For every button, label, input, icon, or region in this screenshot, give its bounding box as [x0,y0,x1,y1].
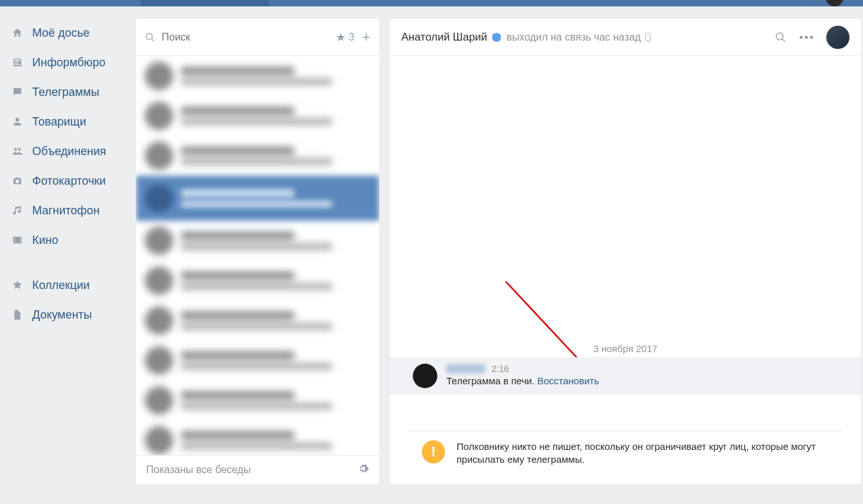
chat-body: 3 ноября 2017 2:16 Телеграмма в печи. Во… [390,56,861,484]
video-icon [10,233,24,247]
warning-box: ! Полковнику никто не пишет, поскольку о… [409,431,842,476]
home-icon [10,26,24,40]
message-avatar[interactable] [413,364,437,388]
gear-icon[interactable] [357,463,369,477]
conversation-item[interactable] [136,420,379,455]
verified-icon [491,32,502,42]
conversation-item[interactable] [136,221,379,261]
sidebar-item-label: Фотокарточки [32,174,106,188]
chat-header: Анатолий Шарий выходил на связь час наза… [390,19,861,56]
search-input[interactable] [162,32,336,43]
sidebar-item-label: Объединения [32,145,106,158]
conversations-footer: Показаны все беседы [136,455,379,484]
chat-date: 3 ноября 2017 [390,337,861,358]
mobile-icon [645,33,651,42]
topbar [0,0,863,6]
conversation-item[interactable] [136,341,379,380]
topbar-avatar[interactable] [826,0,844,6]
starred-count: 3 [348,32,354,43]
sidebar-item-music[interactable]: Магнитофон [5,196,135,225]
sidebar-item-news[interactable]: Информбюро [5,48,135,77]
sidebar-item-photos[interactable]: Фотокарточки [5,166,135,196]
conversation-item[interactable] [136,136,379,176]
sidebar-item-label: Документы [32,308,92,322]
message-sender[interactable] [446,364,485,373]
new-conversation-button[interactable]: + [362,29,370,46]
svg-point-4 [810,35,813,39]
sidebar-item-profile[interactable]: Моё досье [5,18,135,48]
conversation-item[interactable] [136,380,379,420]
sidebar-item-label: Коллекции [32,279,90,292]
conversation-item[interactable] [136,301,379,341]
message-text: Телеграмма в печи. Восстановить [446,375,838,386]
sidebar-item-video[interactable]: Кино [5,225,135,255]
svg-point-3 [805,35,808,39]
warning-icon: ! [422,440,445,463]
topbar-search-fragment [140,0,269,6]
conversations-list[interactable] [136,56,379,455]
conversation-item[interactable] [136,96,379,136]
sidebar-item-label: Информбюро [32,56,106,70]
search-icon [145,32,155,42]
svg-point-2 [800,35,803,39]
sidebar-item-label: Товарищи [32,115,86,129]
sidebar-item-label: Телеграммы [32,86,99,99]
music-icon [10,203,24,218]
sidebar-item-collections[interactable]: Коллекции [5,270,135,300]
message-row: 2:16 Телеграмма в печи. Восстановить [390,357,861,395]
warning-text: Полковнику никто не пишет, поскольку он … [457,440,829,467]
conversations-footer-text: Показаны все беседы [146,464,251,476]
sidebar: Моё досье Информбюро Телеграммы Товарищи… [0,18,135,504]
sidebar-item-friends[interactable]: Товарищи [5,107,135,136]
sidebar-item-documents[interactable]: Документы [5,300,135,330]
svg-point-1 [647,39,649,41]
chat-panel: Анатолий Шарий выходил на связь час наза… [389,18,862,485]
chat-title[interactable]: Анатолий Шарий [401,31,488,44]
chat-avatar[interactable] [826,26,849,49]
sidebar-item-groups[interactable]: Объединения [5,136,135,166]
sidebar-item-label: Магнитофон [32,204,100,218]
sidebar-item-label: Кино [32,234,59,247]
chat-status: выходил на связь час назад [507,32,641,43]
star-icon [10,278,24,292]
conversation-item-selected[interactable] [136,176,379,221]
sidebar-item-label: Моё досье [32,26,90,40]
document-icon [10,308,24,322]
news-icon [10,55,24,70]
conversation-item[interactable] [136,56,379,96]
chat-search-icon[interactable] [775,32,786,43]
conversation-item[interactable] [136,261,379,301]
groups-icon [10,144,24,158]
friends-icon [10,115,24,129]
more-icon[interactable] [799,35,813,39]
message-time: 2:16 [491,364,509,374]
sidebar-item-messages[interactable]: Телеграммы [5,77,135,107]
conversations-search-bar: ★ 3 + [136,19,379,56]
restore-link[interactable]: Восстановить [537,375,599,386]
conversations-panel: ★ 3 + Показаны все беседы [135,18,380,485]
star-icon[interactable]: ★ [336,30,346,44]
chat-icon [10,85,24,99]
camera-icon [10,174,24,188]
